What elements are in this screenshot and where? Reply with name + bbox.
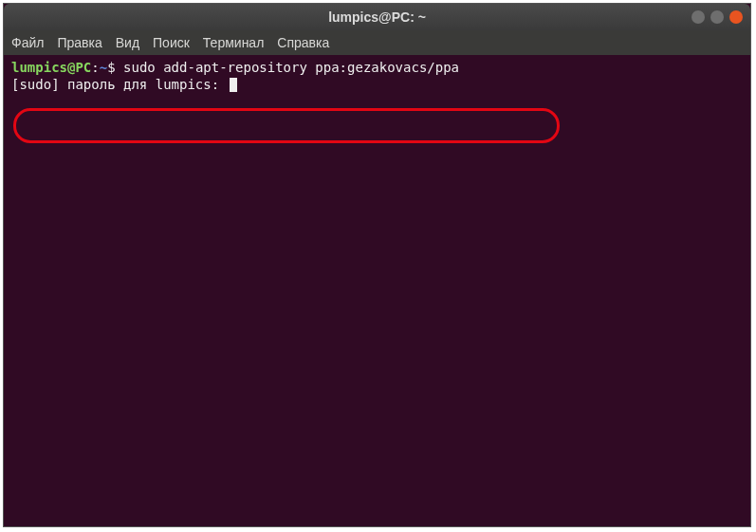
terminal-body[interactable]: lumpics@PC:~$ sudo add-apt-repository pp… — [4, 55, 750, 526]
titlebar[interactable]: lumpics@PC: ~ — [4, 4, 750, 30]
command-text: sudo add-apt-repository ppa:gezakovacs/p… — [116, 60, 459, 75]
cursor-icon — [230, 78, 237, 92]
terminal-window: lumpics@PC: ~ Файл Правка Вид Поиск Терм… — [3, 3, 751, 527]
menu-search[interactable]: Поиск — [153, 35, 190, 50]
menubar: Файл Правка Вид Поиск Терминал Справка — [4, 30, 750, 55]
window-title: lumpics@PC: ~ — [328, 9, 426, 25]
prompt-path: ~ — [100, 60, 107, 75]
menu-view[interactable]: Вид — [116, 35, 139, 50]
highlight-annotation — [13, 108, 560, 143]
menu-terminal[interactable]: Терминал — [203, 35, 264, 50]
menu-edit[interactable]: Правка — [57, 35, 101, 50]
maximize-icon[interactable] — [710, 10, 724, 24]
menu-file[interactable]: Файл — [11, 35, 44, 50]
close-icon[interactable] — [729, 10, 743, 24]
output-line: [sudo] пароль для lumpics: — [11, 76, 743, 93]
window-controls — [691, 10, 743, 24]
prompt-colon: : — [91, 60, 99, 75]
minimize-icon[interactable] — [691, 10, 705, 24]
sudo-password-prompt: [sudo] пароль для lumpics: — [11, 77, 228, 92]
prompt-line: lumpics@PC:~$ sudo add-apt-repository pp… — [11, 59, 743, 76]
prompt-dollar: $ — [107, 60, 115, 75]
prompt-user: lumpics@PC — [11, 60, 91, 75]
menu-help[interactable]: Справка — [277, 35, 329, 50]
